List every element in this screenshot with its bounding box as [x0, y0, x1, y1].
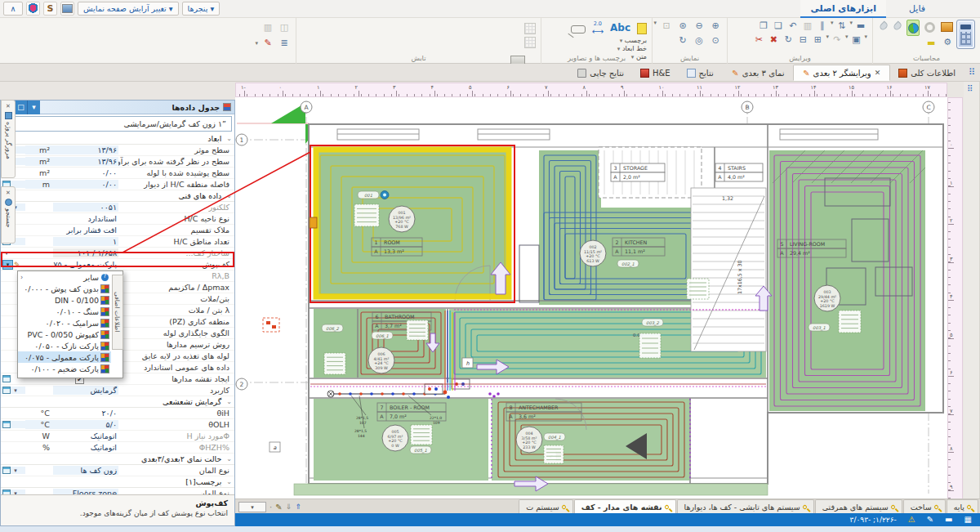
copy-icon[interactable]: ❐	[757, 20, 770, 33]
label-tool-button[interactable]: برچسب ▾	[620, 36, 647, 44]
dropdown-option[interactable]: بدون کف پوش - ۰/۰۰۰ ‹	[18, 283, 111, 294]
cut-icon[interactable]: ✂	[752, 34, 765, 47]
windows-button[interactable]: پنجرها ▾	[182, 2, 220, 16]
property-row[interactable]: کلکتور ۰۰۵۱ ▾ ▾ ✎	[1, 202, 234, 213]
water-drop-icon-2[interactable]	[879, 20, 889, 31]
close-icon[interactable]: ✕	[6, 190, 11, 196]
property-value[interactable]: اتوماتیک	[53, 431, 118, 440]
property-row[interactable]: ساختار کف... ۱/۶۵۸ / ۱۰۱ ▾ ▾ ✎	[1, 248, 234, 259]
property-value[interactable]: ۰۰۵۱	[53, 203, 118, 212]
property-row[interactable]: ابعاد ▾ ▾ ✎	[1, 133, 234, 145]
scale-combo[interactable]: ▾	[238, 502, 266, 512]
rotate-icon[interactable]: ↻	[782, 34, 795, 47]
layer-tab[interactable]: سیستم های همرفتی	[815, 499, 902, 513]
dropdown-option[interactable]: سرامیک - ۰/۰۲۰ ‹	[18, 317, 111, 329]
zoom-selection-icon[interactable]: ⊛	[676, 20, 689, 33]
dropdown-option[interactable]: پارکت نازک - ۰/۰۵۰ ‹	[18, 340, 111, 351]
ring-icon[interactable]	[924, 22, 935, 33]
callout-icon[interactable]	[571, 25, 586, 34]
dropdown-option[interactable]: پارکت ضخیم - ۰/۱۰۰ ‹	[18, 363, 111, 374]
window-layout-icon[interactable]: ▥	[261, 21, 274, 34]
redo-icon[interactable]: ↷	[831, 34, 844, 47]
pan-icon[interactable]: ⊙	[709, 34, 722, 47]
dropdown-option[interactable]: کفپوش PVC - 0/050 ‹	[18, 329, 111, 340]
property-row[interactable]: θOLH ۵/۰ °C ▾ ▾ ✎	[1, 419, 234, 431]
project-browser-tab[interactable]: ✕ مرورگر پروژه	[1, 100, 16, 178]
text-style-icon[interactable]: Abc	[610, 20, 630, 35]
edit-status-icon[interactable]: ✎	[927, 514, 933, 525]
document-tab[interactable]: ✕ H&E	[632, 65, 679, 81]
property-row[interactable]: حالت نمای ۲بعدی/۳بعدی ▾ ▾ ✎	[1, 454, 234, 465]
bar-icon[interactable]: ▬	[945, 514, 952, 525]
property-row[interactable]: فاصله منطقه H/C از دیوار ۰/۰۰ m ▾ ▾ ✎	[1, 179, 234, 190]
grid-panel-icon[interactable]	[524, 23, 536, 34]
app-icon[interactable]: S	[43, 2, 57, 16]
note-icon[interactable]	[637, 23, 647, 34]
additional-info-tab[interactable]: اطلاعات اضافی	[112, 275, 123, 350]
measure-icon[interactable]: ▬	[854, 20, 867, 33]
gear-icon[interactable]: ⚙	[941, 36, 954, 49]
dock-dots-icon[interactable]: ⠿	[969, 67, 975, 78]
furnace-icon[interactable]	[941, 22, 953, 32]
chevron-down-icon[interactable]: ▾	[11, 387, 20, 394]
property-row[interactable]: داده های فنی ▾ ▾ ✎	[1, 190, 234, 202]
property-value[interactable]: ۲۰/۰	[53, 409, 118, 418]
floor-plan-canvas[interactable]: A B C 1 2 a c h 1ROOM A13,3 m² 2KITCHEN …	[235, 97, 947, 499]
layer-tab[interactable]: سیستم های تابشی - کف ها، دیوارها	[677, 499, 814, 513]
property-row[interactable]: سطح پوشیده شده با لوله ۰/۰۰ m² ▾ ▾ ✎	[1, 168, 234, 179]
property-row[interactable]: نوع ناحیه H/C استاندارد ▾ ▾ ✎	[1, 213, 234, 225]
draw-pencil-icon[interactable]: ✎	[275, 503, 282, 512]
snap-grid-icon[interactable]: ⊟	[796, 34, 809, 47]
layer-tab[interactable]: پایه	[947, 499, 978, 513]
property-value[interactable]: اتوماتیک	[53, 443, 118, 452]
dropdown-option[interactable]: پارکت معمولی - ۰/۰۷۵ ‹	[18, 351, 111, 363]
tab-file[interactable]: فایل	[899, 0, 935, 18]
dropdown-option[interactable]: DIN - 0/100 ‹	[18, 294, 111, 306]
property-row[interactable]: %ΦHZH اتوماتیک % ▾ ▾ ✎	[1, 442, 234, 454]
zone-selector[interactable]: ”۱ زون کف گرمایش/سرمایشی▾	[3, 116, 232, 132]
paste-icon[interactable]: ❏	[772, 20, 785, 33]
move-icon[interactable]: ⇅	[835, 20, 848, 33]
property-value[interactable]: ۱۳/۹۶	[53, 145, 118, 154]
radiant-calc-active-icon[interactable]	[906, 20, 920, 36]
dropdown-option[interactable]: سنگ - ۰/۰۱۰ ‹	[18, 306, 111, 317]
property-row[interactable]: θiH ۲۰/۰ °C ▾ ▾ ✎	[1, 408, 234, 419]
edit-red-icon[interactable]: ✎	[261, 37, 274, 50]
property-row[interactable]: کف‌پوش پارکت معمولی - ۰/۰۷۵ ▾ ▾ ✎	[1, 259, 234, 270]
dimension-icon[interactable]: 2.0⟷	[592, 20, 604, 36]
panel-maximize-button[interactable]: □	[14, 101, 27, 114]
warning-icon[interactable]: ⚠	[908, 514, 915, 525]
zoom-extents-icon[interactable]: ⊡	[660, 20, 673, 33]
property-value[interactable]: گرمایش	[53, 386, 118, 395]
close-tab-icon[interactable]: ✕	[875, 69, 881, 77]
property-row[interactable]: برچسب[۱] ▾ ▾ ✎	[1, 476, 234, 488]
document-tab[interactable]: ✕ اطلاعات کلی	[890, 65, 964, 81]
search-tab[interactable]: ✕ جستجو	[1, 186, 16, 244]
document-tab[interactable]: ✕ نمای ۳ بعدی	[722, 65, 793, 81]
document-tab[interactable]: ✕ نتایج	[679, 65, 722, 81]
water-drop-icon[interactable]	[893, 20, 903, 31]
layer-tab[interactable]: سیستم ت	[519, 499, 572, 513]
layer-tab[interactable]: نقشه های مدار - کف	[574, 499, 676, 513]
label-tool-button[interactable]: خط ابعاد ▾	[617, 44, 647, 52]
list-icon[interactable]: ≣	[278, 37, 291, 50]
property-value[interactable]: ۵/۰	[53, 420, 118, 429]
property-value[interactable]: ۱۳/۹۶	[53, 157, 118, 166]
panel-menu-button[interactable]: ▾	[27, 101, 40, 114]
screen-icon[interactable]	[60, 2, 74, 16]
chevron-down-icon[interactable]: ▾	[11, 467, 20, 474]
property-value[interactable]: ۰/۰۰	[53, 180, 118, 189]
select-area-icon[interactable]: ▣	[849, 34, 862, 47]
property-row[interactable]: Φمورد نیاز H اتوماتیک W ▾ ▾ ✎	[1, 431, 234, 442]
calculator-icon[interactable]	[956, 20, 975, 49]
property-row[interactable]: نوع المان زون کف ها ▾ ▾ ✎	[1, 465, 234, 476]
scroll-up-icon[interactable]: ⇑	[295, 503, 301, 511]
document-tab[interactable]: ✕ نتایج چاپی	[569, 65, 632, 81]
columns-icon[interactable]: ▥	[801, 20, 814, 33]
refresh-view-icon[interactable]: ↻	[676, 34, 689, 47]
property-row[interactable]: کاربرد گرمایش ▾ ▾ ✎	[1, 385, 234, 396]
close-icon[interactable]: ✕	[6, 103, 11, 110]
zoom-in-icon[interactable]: ⊕	[709, 20, 722, 33]
split-icon[interactable]: ∥	[816, 20, 829, 33]
zoom-out-icon[interactable]: ⊖	[693, 20, 706, 33]
